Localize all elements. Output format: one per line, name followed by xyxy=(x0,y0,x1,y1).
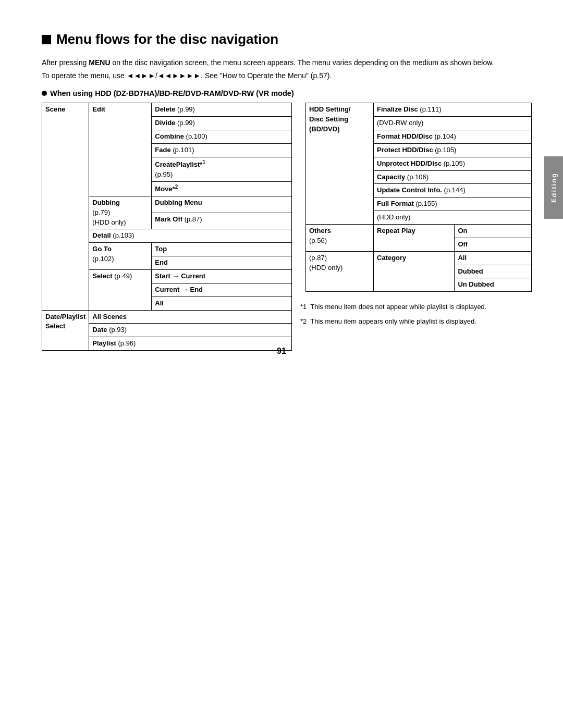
finalize-disc-cell: Finalize Disc (p.111) xyxy=(374,103,532,117)
table-row: (p.87)(HDD only) Category All xyxy=(306,251,532,265)
dubbing-cell: Dubbing(p.79)(HDD only) xyxy=(89,196,152,229)
delete-cell: Delete (p.99) xyxy=(152,103,292,117)
title-square-icon xyxy=(42,35,51,44)
all-cat-cell: All xyxy=(455,251,532,265)
createplaylist-cell: CreatePlaylist*1(p.95) xyxy=(152,157,292,181)
others-label-cell: Others(p.56) xyxy=(306,224,374,251)
scene-cell: Scene xyxy=(42,103,89,310)
current-end-cell: Current → End xyxy=(152,283,292,297)
tables-container: Scene Edit Delete (p.99) Divide (p.99) C… xyxy=(42,103,527,351)
page-container: Menu flows for the disc navigation After… xyxy=(0,0,563,382)
end-cell: End xyxy=(152,256,292,270)
on-cell: On xyxy=(455,224,532,238)
table-row: Others(p.56) Repeat Play On xyxy=(306,224,532,238)
category-cell: Category xyxy=(374,251,455,292)
section-heading: When using HDD (DZ-BD7HA)/BD-RE/DVD-RAM/… xyxy=(42,89,527,97)
all-cell: All xyxy=(152,297,292,310)
editing-tab: Editing xyxy=(544,156,563,219)
dvdrw-only-cell: (DVD-RW only) xyxy=(374,117,532,130)
table-row: Date/Playlist Select All Scenes xyxy=(42,310,292,324)
start-current-cell: Start → Current xyxy=(152,270,292,283)
all-scenes-cell: All Scenes xyxy=(89,310,292,324)
playlist-cell: Playlist (p.96) xyxy=(89,337,292,351)
edit-cell: Edit xyxy=(89,103,152,196)
bullet-icon xyxy=(42,91,47,96)
protect-hdd-cell: Protect HDD/Disc (p.105) xyxy=(374,143,532,157)
section-heading-text: When using HDD (DZ-BD7HA)/BD-RE/DVD-RAM/… xyxy=(50,89,294,97)
detail-cell: Detail (p.103) xyxy=(89,229,292,243)
dubbing-menu-cell: Dubbing Menu xyxy=(152,196,292,213)
off-cell: Off xyxy=(455,238,532,251)
format-hdd-cell: Format HDD/Disc (p.104) xyxy=(374,130,532,144)
editing-label: Editing xyxy=(550,172,558,203)
dubbed-cell: Dubbed xyxy=(455,265,532,278)
combine-cell: Combine (p.100) xyxy=(152,130,292,144)
right-section: HDD Setting/Disc Setting(BD/DVD) Finaliz… xyxy=(300,103,527,327)
table-row: Scene Edit Delete (p.99) xyxy=(42,103,292,117)
full-format-cell: Full Format (p.155) xyxy=(374,198,532,211)
select-cell: Select (p.49) xyxy=(89,270,152,311)
capacity-cell: Capacity (p.106) xyxy=(374,170,532,184)
others-cat-label-cell: (p.87)(HDD only) xyxy=(306,251,374,292)
nav-instruction: To operate the menu, use ◄◄►►/◄◄►►►►. Se… xyxy=(42,71,527,80)
intro-paragraph-1: After pressing MENU on the disc navigati… xyxy=(42,57,527,68)
left-navigation-table: Scene Edit Delete (p.99) Divide (p.99) C… xyxy=(42,103,292,351)
divide-cell: Divide (p.99) xyxy=(152,117,292,130)
title-text: Menu flows for the disc navigation xyxy=(56,31,278,47)
hdd-setting-cell: HDD Setting/Disc Setting(BD/DVD) xyxy=(306,103,374,225)
page-number: 91 xyxy=(277,347,286,356)
footnotes-container: *1 This menu item does not appear while … xyxy=(300,301,527,327)
update-control-cell: Update Control Info. (p.144) xyxy=(374,184,532,198)
markoff-cell: Mark Off (p.87) xyxy=(152,213,292,229)
move-cell: Move*2 xyxy=(152,181,292,196)
unprotect-hdd-cell: Unprotect HDD/Disc (p.105) xyxy=(374,157,532,170)
hdd-only-cell: (HDD only) xyxy=(374,211,532,225)
date-cell: Date (p.93) xyxy=(89,324,292,337)
fade-cell: Fade (p.101) xyxy=(152,143,292,157)
undubbed-cell: Un Dubbed xyxy=(455,278,532,292)
footnote-2: *2 This menu item appears only while pla… xyxy=(300,316,527,327)
right-navigation-table: HDD Setting/Disc Setting(BD/DVD) Finaliz… xyxy=(305,103,532,292)
goto-cell: Go To(p.102) xyxy=(89,243,152,270)
page-title: Menu flows for the disc navigation xyxy=(42,31,527,47)
repeat-play-cell: Repeat Play xyxy=(374,224,455,251)
top-cell: Top xyxy=(152,243,292,256)
footnote-1: *1 This menu item does not appear while … xyxy=(300,301,527,313)
table-row: HDD Setting/Disc Setting(BD/DVD) Finaliz… xyxy=(306,103,532,117)
date-playlist-cell: Date/Playlist Select xyxy=(42,310,89,351)
